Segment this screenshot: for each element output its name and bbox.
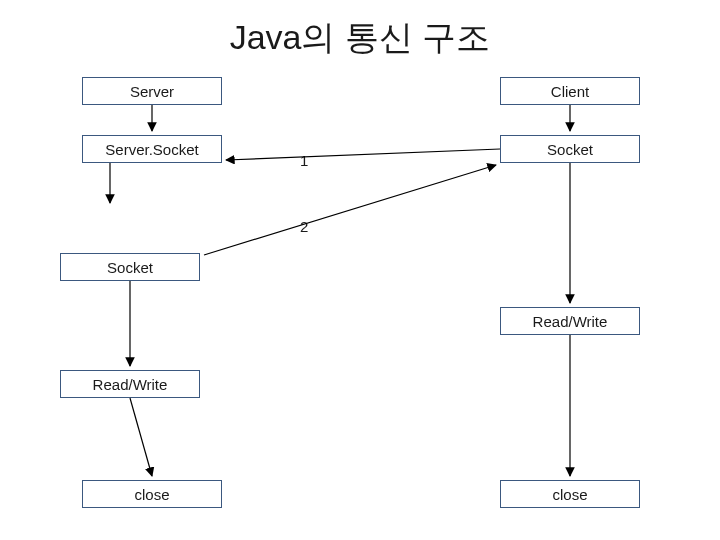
node-server-socket: Server.Socket (82, 135, 222, 163)
label-step-2: 2 (300, 218, 308, 235)
arrow-step-1 (226, 149, 500, 160)
arrow-rw-to-close-left (130, 398, 152, 476)
node-client: Client (500, 77, 640, 105)
label-step-1: 1 (300, 152, 308, 169)
node-readwrite-left: Read/Write (60, 370, 200, 398)
node-server: Server (82, 77, 222, 105)
diagram-title: Java의 통신 구조 (0, 15, 720, 61)
arrow-step-2 (204, 165, 496, 255)
node-close-left: close (82, 480, 222, 508)
node-socket-left: Socket (60, 253, 200, 281)
node-close-right: close (500, 480, 640, 508)
node-socket-right: Socket (500, 135, 640, 163)
node-readwrite-right: Read/Write (500, 307, 640, 335)
